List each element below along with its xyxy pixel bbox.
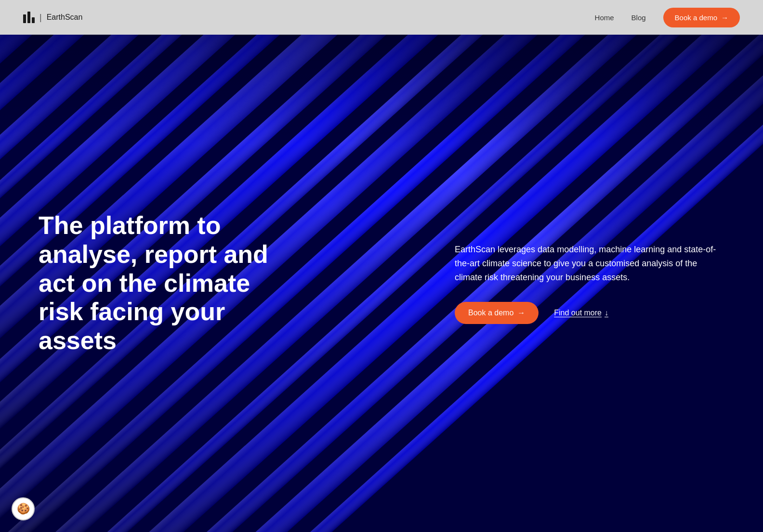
- brand-bar-3: [32, 17, 35, 23]
- hero-description: EarthScan leverages data modelling, mach…: [455, 243, 724, 284]
- hero-left-panel: The platform to analyse, report and act …: [39, 211, 328, 355]
- navbar-book-demo-label: Book a demo: [675, 13, 717, 22]
- navbar: | EarthScan Home Blog Book a demo →: [0, 0, 763, 35]
- hero-actions: Book a demo → Find out more ↓: [455, 302, 724, 324]
- brand-name: EarthScan: [47, 13, 83, 22]
- hero-headline: The platform to analyse, report and act …: [39, 211, 289, 355]
- cookie-consent-button[interactable]: 🍪: [12, 497, 35, 520]
- hero-content: The platform to analyse, report and act …: [0, 211, 763, 355]
- nav-link-home[interactable]: Home: [595, 13, 614, 22]
- brand-bar-2: [27, 12, 30, 23]
- find-out-more-link[interactable]: Find out more ↓: [554, 309, 608, 317]
- hero-section: The platform to analyse, report and act …: [0, 0, 763, 532]
- brand-logo-icon: [23, 12, 35, 23]
- hero-book-demo-button[interactable]: Book a demo →: [455, 302, 539, 324]
- hero-book-demo-arrow: →: [517, 309, 525, 317]
- cookie-icon: 🍪: [17, 503, 30, 515]
- hero-book-demo-label: Book a demo: [468, 309, 513, 317]
- brand-divider: |: [39, 13, 42, 23]
- hero-right-panel: EarthScan leverages data modelling, mach…: [455, 243, 724, 324]
- find-out-more-arrow: ↓: [605, 309, 608, 317]
- nav-links: Home Blog Book a demo →: [595, 8, 740, 27]
- find-out-more-label: Find out more: [554, 309, 602, 317]
- navbar-book-demo-button[interactable]: Book a demo →: [663, 8, 740, 27]
- navbar-book-demo-arrow: →: [721, 13, 728, 22]
- brand-bar-1: [23, 14, 26, 23]
- nav-link-blog[interactable]: Blog: [631, 13, 646, 22]
- brand: | EarthScan: [23, 12, 82, 23]
